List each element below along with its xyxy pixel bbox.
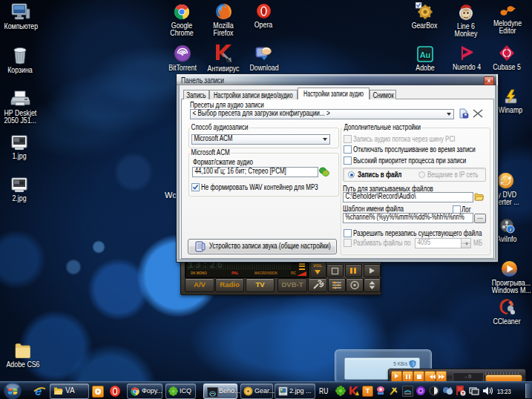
svg-text:i: i <box>510 227 511 233</box>
svg-text:e: e <box>35 385 42 398</box>
svg-text:Au: Au <box>420 50 431 59</box>
